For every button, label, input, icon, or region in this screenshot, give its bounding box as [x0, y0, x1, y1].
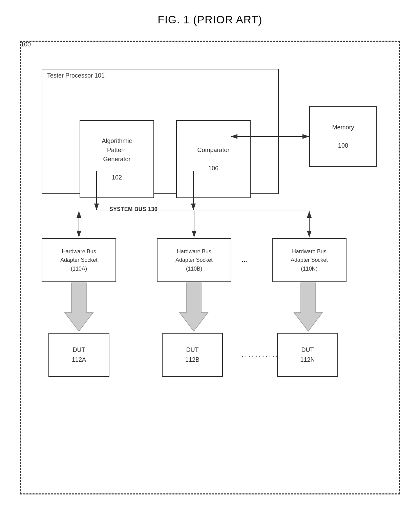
memory-label: Memory 108: [332, 123, 354, 150]
dut-label-a: DUT 112A: [72, 345, 86, 365]
comparator-box: Comparator 106: [176, 120, 251, 198]
svg-marker-11: [180, 283, 208, 331]
apg-box: Algorithmic Pattern Generator 102: [80, 120, 154, 198]
hba-label-n: Hardware Bus Adapter Socket (110N): [291, 247, 328, 273]
svg-marker-10: [65, 283, 93, 331]
ellipsis-dut: ...........: [241, 350, 279, 359]
comparator-label: Comparator 106: [197, 146, 229, 173]
tester-processor-box: Tester Processor 101 Algorithmic Pattern…: [42, 69, 279, 194]
dut-box-n: DUT 112N: [277, 333, 338, 377]
memory-box: Memory 108: [309, 106, 377, 167]
hba-label-a: Hardware Bus Adapter Socket (110A): [60, 247, 97, 273]
dut-label-b: DUT 112B: [185, 345, 200, 365]
hba-label-b: Hardware Bus Adapter Socket (110B): [175, 247, 212, 273]
ellipsis-hba: ...: [241, 255, 248, 264]
apg-label: Algorithmic Pattern Generator 102: [102, 136, 132, 182]
system-bus-label: SYSTEM BUS 130: [109, 206, 158, 212]
page-title: FIG. 1 (PRIOR ART): [0, 0, 420, 36]
svg-marker-12: [294, 283, 322, 331]
diagram-container: 100 Tester Processor 101 Algorithmic Pat…: [20, 41, 400, 494]
hba-box-b: Hardware Bus Adapter Socket (110B): [157, 238, 231, 282]
tester-processor-label: Tester Processor 101: [47, 72, 105, 79]
dut-box-b: DUT 112B: [162, 333, 223, 377]
dut-label-n: DUT 112N: [300, 345, 315, 365]
diagram-label-100: 100: [21, 41, 31, 48]
hba-box-n: Hardware Bus Adapter Socket (110N): [272, 238, 346, 282]
dut-box-a: DUT 112A: [48, 333, 109, 377]
hba-box-a: Hardware Bus Adapter Socket (110A): [42, 238, 116, 282]
